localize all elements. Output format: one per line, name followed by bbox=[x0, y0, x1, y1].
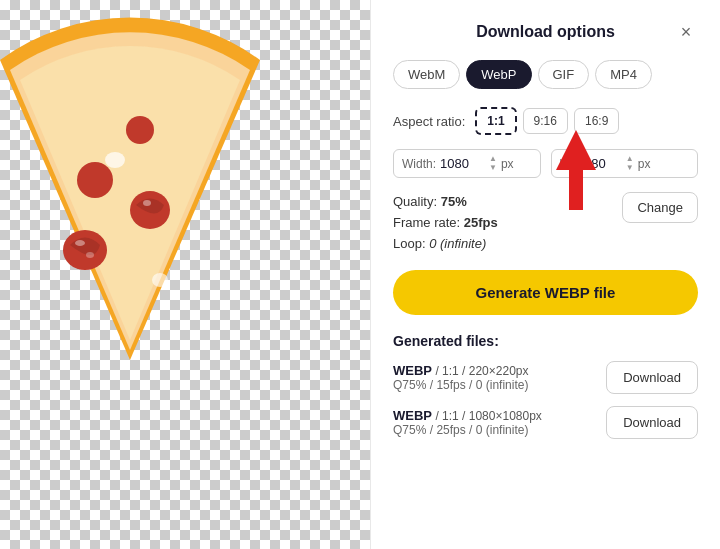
preview-panel bbox=[0, 0, 370, 549]
width-input-group: Width: ▲ ▼ px bbox=[393, 149, 541, 178]
quality-value: 75% bbox=[441, 194, 467, 209]
svg-point-4 bbox=[86, 252, 94, 258]
svg-point-8 bbox=[152, 273, 168, 287]
width-spinner[interactable]: ▲ ▼ bbox=[489, 155, 497, 172]
loop-line: Loop: 0 (infinite) bbox=[393, 234, 622, 255]
tab-mp4[interactable]: MP4 bbox=[595, 60, 652, 89]
tab-webp[interactable]: WebP bbox=[466, 60, 531, 89]
width-unit: px bbox=[501, 157, 514, 171]
panel-title: Download options bbox=[417, 23, 674, 41]
aspect-9-16[interactable]: 9:16 bbox=[523, 108, 568, 134]
aspect-16-9[interactable]: 16:9 bbox=[574, 108, 619, 134]
framerate-label: Frame rate: bbox=[393, 215, 460, 230]
generate-button[interactable]: Generate WEBP file bbox=[393, 270, 698, 315]
aspect-ratio-label: Aspect ratio: bbox=[393, 114, 465, 129]
change-button[interactable]: Change bbox=[622, 192, 698, 223]
quality-section: Quality: 75% Frame rate: 25fps Loop: 0 (… bbox=[393, 192, 698, 254]
framerate-line: Frame rate: 25fps bbox=[393, 213, 622, 234]
loop-label: Loop: bbox=[393, 236, 426, 251]
quality-line: Quality: 75% bbox=[393, 192, 622, 213]
download-button-2[interactable]: Download bbox=[606, 406, 698, 439]
quality-info: Quality: 75% Frame rate: 25fps Loop: 0 (… bbox=[393, 192, 622, 254]
quality-label: Quality: bbox=[393, 194, 437, 209]
file-info-2: WEBP / 1:1 / 1080×1080px Q75% / 25fps / … bbox=[393, 408, 606, 437]
dimensions-row: Width: ▲ ▼ px ht: ▲ ▼ px bbox=[393, 149, 698, 178]
file-item-2: WEBP / 1:1 / 1080×1080px Q75% / 25fps / … bbox=[393, 406, 698, 439]
generated-files-title: Generated files: bbox=[393, 333, 698, 349]
panel-header: Download options × bbox=[393, 20, 698, 44]
height-input-group: ht: ▲ ▼ px bbox=[551, 149, 699, 178]
close-button[interactable]: × bbox=[674, 20, 698, 44]
options-panel: Download options × WebM WebP GIF MP4 Asp… bbox=[370, 0, 720, 549]
svg-point-6 bbox=[143, 200, 151, 206]
aspect-1-1[interactable]: 1:1 bbox=[475, 107, 516, 135]
file-meta-2: Q75% / 25fps / 0 (infinite) bbox=[393, 423, 606, 437]
height-unit: px bbox=[638, 157, 651, 171]
svg-point-3 bbox=[75, 240, 85, 246]
generated-files-section: Generated files: WEBP / 1:1 / 220×220px … bbox=[393, 333, 698, 439]
file-name-1: WEBP / 1:1 / 220×220px bbox=[393, 363, 606, 378]
file-name-2: WEBP / 1:1 / 1080×1080px bbox=[393, 408, 606, 423]
pizza-preview bbox=[0, 0, 320, 400]
download-button-1[interactable]: Download bbox=[606, 361, 698, 394]
svg-point-1 bbox=[126, 116, 154, 144]
file-item-1: WEBP / 1:1 / 220×220px Q75% / 15fps / 0 … bbox=[393, 361, 698, 394]
height-input[interactable] bbox=[577, 156, 622, 171]
aspect-options: 1:1 9:16 16:9 bbox=[475, 107, 619, 135]
file-info-1: WEBP / 1:1 / 220×220px Q75% / 15fps / 0 … bbox=[393, 363, 606, 392]
svg-point-7 bbox=[105, 152, 125, 168]
svg-point-0 bbox=[77, 162, 113, 198]
file-meta-1: Q75% / 15fps / 0 (infinite) bbox=[393, 378, 606, 392]
format-tabs: WebM WebP GIF MP4 bbox=[393, 60, 698, 89]
height-label: ht: bbox=[560, 157, 573, 171]
aspect-ratio-row: Aspect ratio: 1:1 9:16 16:9 bbox=[393, 107, 698, 135]
width-input[interactable] bbox=[440, 156, 485, 171]
framerate-value: 25fps bbox=[464, 215, 498, 230]
width-label: Width: bbox=[402, 157, 436, 171]
loop-value: 0 (infinite) bbox=[429, 236, 486, 251]
tab-gif[interactable]: GIF bbox=[538, 60, 590, 89]
height-spinner[interactable]: ▲ ▼ bbox=[626, 155, 634, 172]
tab-webm[interactable]: WebM bbox=[393, 60, 460, 89]
